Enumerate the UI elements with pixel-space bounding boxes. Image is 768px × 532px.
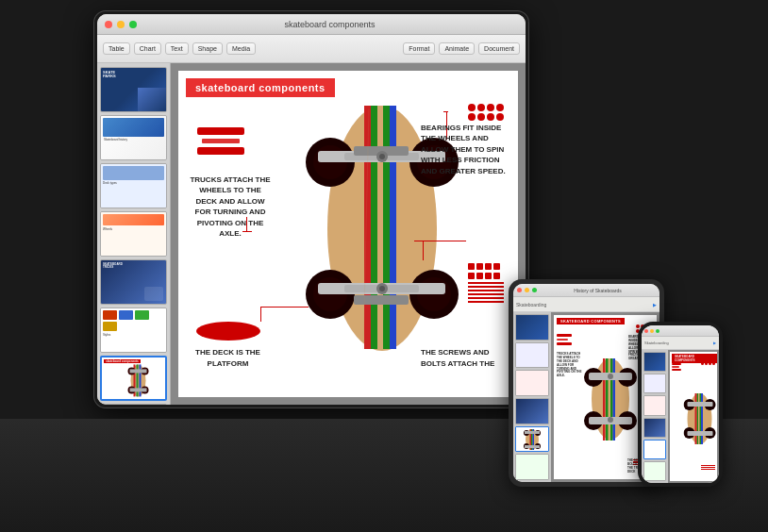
svg-point-58 bbox=[608, 374, 613, 379]
toolbar-document-btn[interactable]: Document bbox=[478, 42, 520, 55]
phone-play-btn[interactable]: ▶ bbox=[713, 341, 716, 345]
trucks-connector-h bbox=[242, 231, 252, 232]
tablet-slide-6[interactable] bbox=[515, 454, 549, 480]
screw-line bbox=[468, 293, 504, 295]
tablet-window-title: History of Skateboards bbox=[574, 288, 622, 293]
bearing-dot-1 bbox=[468, 104, 476, 111]
svg-point-31 bbox=[379, 154, 385, 159]
phone-fullscreen[interactable] bbox=[656, 329, 659, 333]
tablet-fullscreen[interactable] bbox=[532, 288, 537, 292]
svg-rect-61 bbox=[698, 393, 700, 444]
tablet-toolbar-label: Skateboarding bbox=[516, 302, 546, 308]
tablet-play-btn[interactable]: ▶ bbox=[653, 302, 657, 308]
screw-dot bbox=[468, 273, 475, 279]
slide-thumb-1[interactable]: SKATEPARKS bbox=[100, 67, 167, 112]
tablet-slide-title: Skateboard Components bbox=[557, 318, 625, 324]
svg-rect-12 bbox=[371, 106, 377, 349]
deck-connector-v bbox=[260, 307, 261, 322]
bearing-connector-dot bbox=[443, 111, 448, 112]
phone-slide-1[interactable] bbox=[643, 352, 666, 372]
phone-minimize[interactable] bbox=[650, 329, 654, 333]
main-slide-area[interactable]: skateboard components bbox=[171, 63, 526, 405]
minimize-button[interactable] bbox=[117, 21, 125, 28]
deck-connector bbox=[261, 307, 309, 308]
svg-rect-50 bbox=[610, 358, 613, 441]
slide-thumb-2[interactable]: Skateboard history bbox=[100, 115, 167, 160]
monitor-bezel: skateboard components Table Chart Text S… bbox=[94, 11, 528, 407]
slide-thumb-8[interactable]: FAMOUSSKATERS bbox=[100, 404, 167, 405]
bearing-dot-4 bbox=[496, 104, 504, 111]
toolbar-table-btn[interactable]: Table bbox=[103, 42, 130, 55]
svg-rect-44 bbox=[525, 431, 540, 434]
slide-thumb-4[interactable]: Wheels bbox=[100, 211, 167, 257]
slide-thumb-3[interactable]: Deck types bbox=[100, 163, 167, 208]
tablet-close[interactable] bbox=[517, 288, 522, 292]
bearing-dot-5 bbox=[468, 113, 476, 121]
screw-dot bbox=[493, 263, 500, 270]
phone-slide-6[interactable] bbox=[643, 461, 666, 481]
monitor-screen: skateboard components Table Chart Text S… bbox=[97, 14, 526, 405]
svg-rect-8 bbox=[129, 369, 146, 373]
slide-thumb-6[interactable]: Styles bbox=[100, 308, 167, 353]
slide-panel[interactable]: SKATEPARKS Skateboard history bbox=[97, 63, 171, 405]
toolbar-media-btn[interactable]: Media bbox=[226, 42, 256, 55]
svg-rect-29 bbox=[354, 295, 409, 305]
screw-line bbox=[468, 301, 504, 303]
tablet-slide-5-active[interactable] bbox=[515, 426, 549, 453]
phone-close[interactable] bbox=[644, 329, 648, 333]
phone-bearing-dots bbox=[701, 358, 715, 365]
phone-toolbar: Skateboarding ▶ bbox=[642, 337, 719, 350]
phone-slide-2[interactable] bbox=[643, 374, 666, 393]
svg-rect-13 bbox=[364, 106, 371, 349]
tablet-slide-1[interactable] bbox=[515, 314, 549, 341]
toolbar-shape-btn[interactable]: Shape bbox=[192, 42, 223, 55]
trucks-icon bbox=[197, 127, 244, 155]
truck-bar-top bbox=[197, 127, 244, 135]
phone-slide-5-active[interactable] bbox=[643, 440, 666, 459]
screw-line bbox=[468, 282, 504, 284]
tablet-sidebar[interactable] bbox=[513, 312, 551, 482]
annotation-trucks: TRUCKS ATTACH THE WHEELS TO THE DECK AND… bbox=[188, 175, 273, 239]
phone-toolbar-label: Skateboarding bbox=[644, 341, 669, 345]
annotation-screws: THE SCREWS AND BOLTS ATTACH THE bbox=[421, 347, 510, 369]
slide-thumb-7-active[interactable]: skateboard components bbox=[100, 356, 167, 401]
keynote-body: SKATEPARKS Skateboard history bbox=[97, 63, 526, 405]
screw-dots-grid bbox=[468, 263, 504, 303]
svg-rect-62 bbox=[697, 393, 699, 444]
svg-point-35 bbox=[196, 322, 260, 341]
slide-thumb-5[interactable]: SKATEBOARDTRICKS bbox=[100, 259, 167, 305]
toolbar-animate-btn[interactable]: Animate bbox=[439, 42, 475, 55]
screw-dot bbox=[476, 273, 483, 279]
phone-iphone: Skateboarding ▶ Skateboard Components bbox=[638, 322, 723, 487]
monitor: skateboard components Table Chart Text S… bbox=[94, 11, 528, 407]
tablet-trucks-text: TRUCKS ATTACH THE WHEELS TO THE DECK AND… bbox=[557, 353, 583, 378]
svg-rect-14 bbox=[383, 106, 390, 349]
bearing-dot-6 bbox=[477, 113, 485, 121]
phone-sidebar[interactable] bbox=[642, 350, 668, 483]
phone-slide-3[interactable] bbox=[643, 395, 666, 415]
close-button[interactable] bbox=[105, 21, 112, 28]
bearing-dot-8 bbox=[496, 113, 504, 121]
tablet-slide-4[interactable] bbox=[515, 398, 549, 424]
tablet-minimize[interactable] bbox=[525, 288, 529, 292]
keynote-toolbar: Table Chart Text Shape Media Format Anim… bbox=[97, 35, 526, 63]
toolbar-chart-btn[interactable]: Chart bbox=[134, 42, 161, 55]
tablet-titlebar: History of Skateboards bbox=[513, 284, 659, 297]
screw-line bbox=[468, 286, 504, 288]
keynote-titlebar: skateboard components bbox=[97, 14, 526, 35]
svg-rect-49 bbox=[603, 358, 606, 441]
tablet-slide-3[interactable] bbox=[515, 370, 549, 396]
phone-titlebar bbox=[642, 325, 719, 337]
tablet-slide-2[interactable] bbox=[515, 342, 549, 369]
svg-rect-48 bbox=[606, 358, 609, 441]
svg-rect-71 bbox=[688, 431, 713, 436]
screw-dot bbox=[485, 273, 492, 279]
phone-slide-4[interactable] bbox=[643, 418, 666, 438]
tablet-skateboard-svg bbox=[582, 355, 639, 444]
phone-slide-content: Skateboard Components bbox=[670, 352, 717, 481]
fullscreen-button[interactable] bbox=[129, 21, 137, 28]
bearing-dot-7 bbox=[487, 113, 494, 121]
screws-connector-h bbox=[414, 241, 466, 241]
toolbar-text-btn[interactable]: Text bbox=[165, 42, 189, 55]
toolbar-format-btn[interactable]: Format bbox=[403, 42, 435, 55]
